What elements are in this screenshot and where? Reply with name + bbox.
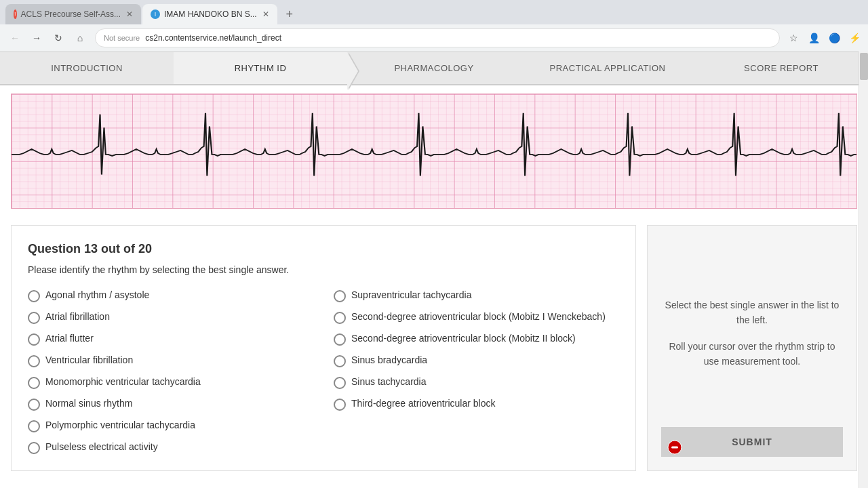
main-content: Question 13 out of 20 Please identify th… bbox=[0, 217, 868, 479]
radio-agonal[interactable] bbox=[28, 290, 40, 302]
answers-grid: Agonal rhythm / asystole Atrial fibrilla… bbox=[28, 289, 619, 454]
extension-icon2[interactable]: 🔵 bbox=[826, 30, 842, 46]
radio-third-deg[interactable] bbox=[334, 399, 346, 411]
svg-rect-3 bbox=[671, 447, 678, 449]
security-indicator: Not secure bbox=[104, 34, 140, 42]
scrollbar-thumb[interactable] bbox=[860, 53, 868, 80]
nav-tab-rhythm-id[interactable]: RHYTHM ID bbox=[174, 52, 347, 84]
back-button[interactable]: ← bbox=[5, 28, 24, 47]
label-atrial-fib: Atrial fibrillation bbox=[45, 310, 110, 324]
tab-label-acls: ACLS Precourse Self-Ass... bbox=[21, 9, 121, 19]
answer-agonal[interactable]: Agonal rhythm / asystole bbox=[28, 289, 313, 302]
question-number: Question 13 out of 20 bbox=[28, 242, 619, 256]
label-pulseless: Pulseless electrical activity bbox=[45, 441, 158, 454]
extension-icon3[interactable]: ⚡ bbox=[846, 30, 863, 46]
answers-col2: Supraventricular tachycardia Second-degr… bbox=[334, 289, 619, 454]
answer-second-deg-mobitz2[interactable]: Second-degree atrioventricular block (Mo… bbox=[334, 332, 619, 346]
answer-normal-sinus[interactable]: Normal sinus rhythm bbox=[28, 397, 313, 411]
tab-bar: ! ACLS Precourse Self-Ass... ✕ I IMAM HA… bbox=[0, 0, 868, 24]
submit-container: SUBMIT bbox=[661, 427, 843, 457]
label-third-deg: Third-degree atrioventricular block bbox=[351, 397, 495, 411]
radio-sinus-tachy[interactable] bbox=[334, 377, 346, 389]
new-tab-button[interactable]: + bbox=[280, 5, 299, 24]
browser-chrome: ! ACLS Precourse Self-Ass... ✕ I IMAM HA… bbox=[0, 0, 868, 52]
nav-tab-introduction[interactable]: INTRODUCTION bbox=[0, 52, 174, 84]
reload-button[interactable]: ↻ bbox=[49, 28, 68, 47]
label-second-deg-mobitz1: Second-degree atrioventricular block (Mo… bbox=[351, 310, 606, 324]
answer-sinus-brady[interactable]: Sinus bradycardia bbox=[334, 354, 619, 367]
radio-vent-fib[interactable] bbox=[28, 355, 40, 367]
nav-buttons: ← → ↻ ⌂ bbox=[5, 28, 90, 47]
ecg-strip[interactable] bbox=[11, 94, 857, 209]
radio-atrial-fib[interactable] bbox=[28, 312, 40, 324]
radio-second-deg-mobitz2[interactable] bbox=[334, 333, 346, 346]
label-mono-vent-tachy: Monomorphic ventricular tachycardia bbox=[45, 375, 201, 389]
label-vent-fib: Ventricular fibrillation bbox=[45, 354, 133, 367]
answer-vent-fib[interactable]: Ventricular fibrillation bbox=[28, 354, 313, 367]
answer-second-deg-mobitz1[interactable]: Second-degree atrioventricular block (Mo… bbox=[334, 310, 619, 324]
answer-third-deg[interactable]: Third-degree atrioventricular block bbox=[334, 397, 619, 411]
radio-pulseless[interactable] bbox=[28, 442, 40, 454]
radio-supra-tachy[interactable] bbox=[334, 290, 346, 302]
question-panel: Question 13 out of 20 Please identify th… bbox=[11, 225, 636, 471]
forward-button[interactable]: → bbox=[27, 28, 46, 47]
submit-button[interactable]: SUBMIT bbox=[661, 427, 843, 457]
tab-acls[interactable]: ! ACLS Precourse Self-Ass... ✕ bbox=[5, 4, 141, 24]
nav-tab-practical-application[interactable]: PRACTICAL APPLICATION bbox=[521, 52, 694, 84]
label-supra-tachy: Supraventricular tachycardia bbox=[351, 289, 471, 302]
answers-col1: Agonal rhythm / asystole Atrial fibrilla… bbox=[28, 289, 313, 454]
radio-normal-sinus[interactable] bbox=[28, 399, 40, 411]
answer-sinus-tachy[interactable]: Sinus tachycardia bbox=[334, 375, 619, 389]
side-instructions: Select the best single answer in the lis… bbox=[661, 239, 843, 427]
answer-atrial-fib[interactable]: Atrial fibrillation bbox=[28, 310, 313, 324]
extension-icon1[interactable]: 👤 bbox=[806, 30, 822, 46]
label-sinus-tachy: Sinus tachycardia bbox=[351, 375, 427, 389]
tab-favicon-imam: I bbox=[151, 9, 160, 19]
radio-sinus-brady[interactable] bbox=[334, 355, 346, 367]
side-instruction1: Select the best single answer in the lis… bbox=[661, 298, 843, 328]
tab-close-imam[interactable]: ✕ bbox=[262, 9, 269, 19]
question-text: Please identify the rhythm by selecting … bbox=[28, 264, 619, 275]
tab-label-imam: IMAM HANDOKO BN S... bbox=[164, 9, 257, 19]
answer-pulseless[interactable]: Pulseless electrical activity bbox=[28, 441, 313, 454]
label-agonal: Agonal rhythm / asystole bbox=[45, 289, 149, 302]
radio-atrial-flutter[interactable] bbox=[28, 333, 40, 346]
answer-supra-tachy[interactable]: Supraventricular tachycardia bbox=[334, 289, 619, 302]
tab-close-acls[interactable]: ✕ bbox=[126, 9, 133, 19]
svg-rect-1 bbox=[12, 94, 856, 208]
nav-tabs: INTRODUCTION RHYTHM ID PHARMACOLOGY PRAC… bbox=[0, 52, 868, 85]
tab-imam[interactable]: I IMAM HANDOKO BN S... ✕ bbox=[142, 4, 277, 24]
nav-tab-score-report[interactable]: SCORE REPORT bbox=[694, 52, 868, 84]
url-bar[interactable]: Not secure cs2n.contentservice.net/launc… bbox=[95, 28, 780, 47]
tab-favicon-acls: ! bbox=[14, 9, 17, 19]
answer-atrial-flutter[interactable]: Atrial flutter bbox=[28, 332, 313, 346]
address-bar: ← → ↻ ⌂ Not secure cs2n.contentservice.n… bbox=[0, 24, 868, 52]
label-sinus-brady: Sinus bradycardia bbox=[351, 354, 427, 367]
label-second-deg-mobitz2: Second-degree atrioventricular block (Mo… bbox=[351, 332, 576, 346]
bookmark-icon[interactable]: ☆ bbox=[785, 30, 802, 46]
radio-mono-vent-tachy[interactable] bbox=[28, 377, 40, 389]
radio-poly-vent-tachy[interactable] bbox=[28, 420, 40, 432]
radio-second-deg-mobitz1[interactable] bbox=[334, 312, 346, 324]
side-panel: Select the best single answer in the lis… bbox=[647, 225, 857, 471]
scrollbar-track[interactable] bbox=[859, 52, 868, 488]
nav-tab-pharmacology[interactable]: PHARMACOLOGY bbox=[347, 52, 521, 84]
label-poly-vent-tachy: Polymorphic ventricular tachycardia bbox=[45, 419, 195, 432]
url-text: cs2n.contentservice.net/launch_direct bbox=[145, 33, 771, 43]
label-normal-sinus: Normal sinus rhythm bbox=[45, 397, 132, 411]
ecg-svg bbox=[12, 94, 856, 208]
home-button[interactable]: ⌂ bbox=[71, 28, 90, 47]
no-entry-icon bbox=[667, 439, 683, 455]
answer-poly-vent-tachy[interactable]: Polymorphic ventricular tachycardia bbox=[28, 419, 313, 432]
toolbar-icons: ☆ 👤 🔵 ⚡ bbox=[785, 30, 863, 46]
label-atrial-flutter: Atrial flutter bbox=[45, 332, 94, 346]
answer-mono-vent-tachy[interactable]: Monomorphic ventricular tachycardia bbox=[28, 375, 313, 389]
side-instruction2: Roll your cursor over the rhythm strip t… bbox=[661, 339, 843, 369]
ecg-container bbox=[0, 85, 868, 217]
